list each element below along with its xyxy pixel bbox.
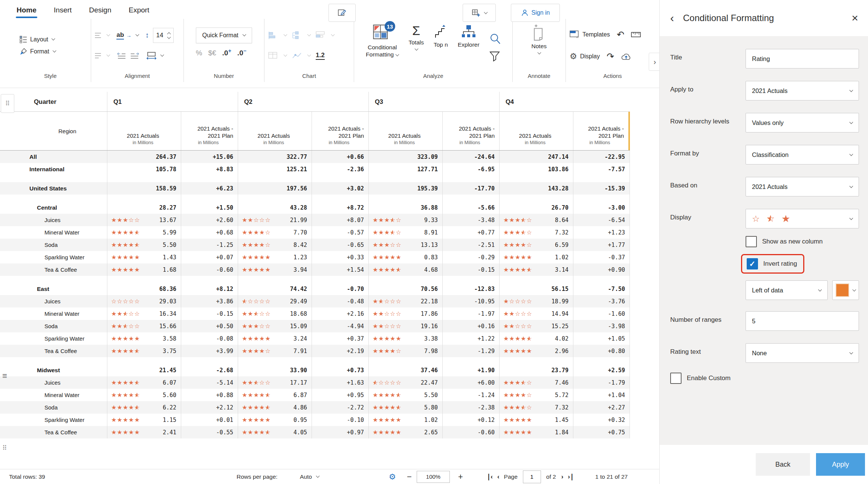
actuals-column-header[interactable]: 2021 Actualsin Millions	[368, 112, 442, 150]
filter-icon[interactable]	[489, 51, 501, 62]
percent-format-icon[interactable]: %	[196, 49, 202, 57]
table-row[interactable]: International105.78+8.83125.21-2.36127.7…	[0, 163, 630, 175]
row-menu-icon[interactable]: ≡	[2, 371, 7, 381]
totals-button[interactable]: Σ Totals	[408, 19, 424, 72]
bar-chart-icon[interactable]	[268, 31, 278, 40]
zoom-in-button[interactable]: +	[458, 469, 463, 484]
table-row[interactable]: Juices★★★★★☆6.07-5.14★★★☆☆☆17.17+1.63★☆☆…	[0, 376, 630, 389]
format-button[interactable]: Format	[20, 48, 56, 55]
last-page-icon[interactable]: ›❘	[568, 473, 574, 481]
tab-export[interactable]: Export	[128, 6, 149, 18]
layout-button[interactable]: Layout	[20, 36, 55, 43]
conditional-formatting-button[interactable]: 13 ConditionalFormatting	[366, 19, 399, 72]
table-row[interactable]: Juices★★★☆☆13.67+2.60★★☆☆☆21.99+8.07★★★★…	[0, 214, 630, 226]
hierarchy-chart-icon[interactable]	[292, 31, 302, 40]
format-by-dropdown[interactable]: Classification	[746, 145, 859, 164]
display-style-dropdown[interactable]: ☆ ★☆ ★	[746, 209, 859, 228]
text-wrap-icon[interactable]: ab	[116, 31, 124, 40]
close-icon[interactable]: ×	[851, 12, 858, 24]
table-row[interactable]: Tea & Coffee★★★★★2.41-0.55★★★★★☆4.05+0.9…	[0, 426, 630, 438]
redo-icon[interactable]: ↷	[607, 52, 614, 61]
decimal-places-icon[interactable]: 1.2	[316, 52, 325, 60]
explorer-button[interactable]: Explorer	[458, 19, 480, 72]
position-dropdown[interactable]: Left of data	[746, 280, 828, 300]
remove-decimal-icon[interactable]: .0−	[237, 48, 246, 57]
table-row[interactable]: Central28.27+1.5043.28+8.7236.88-5.6626.…	[0, 201, 630, 214]
table-row[interactable]: United States158.59+6.23197.56+3.02195.3…	[0, 182, 630, 195]
apply-to-dropdown[interactable]: 2021 Actuals	[746, 81, 859, 100]
line-chart-icon[interactable]	[292, 52, 302, 59]
drag-handle-icon[interactable]: ⠿	[2, 444, 7, 452]
cloud-upload-icon[interactable]	[621, 52, 631, 61]
invert-rating-checkbox[interactable]	[747, 258, 758, 269]
templates-button[interactable]: Templates	[570, 30, 610, 39]
back-chevron-icon[interactable]: ‹	[670, 12, 674, 24]
display-button[interactable]: ⚙ Display	[570, 52, 600, 61]
font-size-control[interactable]: 14	[153, 28, 174, 43]
font-size-stepper[interactable]	[167, 31, 170, 39]
enable-custom-checkbox[interactable]	[670, 373, 682, 384]
deviation-column-header[interactable]: 2021 Actuals - 2021 Planin Millions	[442, 112, 499, 150]
vertical-align-icon[interactable]	[95, 32, 102, 38]
quarter-header[interactable]: Q1	[107, 92, 238, 111]
increase-indent-icon[interactable]	[130, 52, 139, 59]
actuals-column-header[interactable]: 2021 Actualsin Millions	[238, 112, 312, 150]
settings-gear-icon[interactable]: ⚙	[389, 469, 396, 484]
quarter-header[interactable]: Q2	[238, 92, 368, 111]
table-row[interactable]: Soda★★★★★☆6.22+2.12★★★★★☆4.86-2.72★★★★★☆…	[0, 401, 630, 414]
edit-visual-button[interactable]	[329, 4, 356, 22]
currency-format-icon[interactable]: $€	[208, 49, 216, 57]
table-row[interactable]: Midwest21.45-2.6833.90+0.7337.46+1.9023.…	[0, 364, 630, 376]
tab-home[interactable]: Home	[17, 6, 37, 18]
actuals-column-header[interactable]: 2021 Actualsin Millions	[107, 112, 181, 150]
actuals-column-header[interactable]: 2021 Actualsin Millions	[499, 112, 573, 150]
top-n-button[interactable]: Top n	[434, 19, 448, 72]
table-row[interactable]: Tea & Coffee★★★★★☆3.75+3.99★★★★☆7.91+2.1…	[0, 345, 630, 357]
add-decimal-icon[interactable]: .0+	[222, 48, 231, 57]
deviation-column-header[interactable]: 2021 Actuals - 2021 Planin Millions	[312, 112, 368, 150]
row-header[interactable]: Region	[0, 112, 107, 150]
title-input[interactable]	[746, 49, 859, 68]
show-as-new-column-checkbox[interactable]	[746, 236, 757, 247]
number-of-ranges-input[interactable]	[746, 311, 859, 331]
table-row[interactable]: Mineral Water★★★★★☆5.60+0.88★★★★★☆6.87+0…	[0, 389, 630, 401]
table-row[interactable]: Juices☆☆☆☆☆29.03+3.86★☆☆☆☆☆29.49-0.48★★☆…	[0, 295, 630, 307]
search-icon[interactable]	[489, 33, 501, 44]
rating-text-dropdown[interactable]: None	[746, 343, 859, 363]
table-row[interactable]: Mineral Water★★★★★☆5.99+0.68★★★★☆7.70-0.…	[0, 226, 630, 239]
add-visual-button[interactable]	[463, 4, 496, 22]
rows-per-page-select[interactable]: Auto	[300, 469, 319, 484]
deviation-column-header[interactable]: 2021 Actuals - 2021 Planin Millions	[573, 112, 630, 150]
font-size-value[interactable]: 14	[156, 32, 164, 39]
tab-insert[interactable]: Insert	[54, 6, 72, 18]
table-row[interactable]: Soda★★★★★☆5.50-1.25★★★★☆8.42-0.65★★★☆☆13…	[0, 239, 630, 251]
first-page-icon[interactable]: ❘‹	[486, 473, 492, 481]
table-row[interactable]: Tea & Coffee★★★★★1.68-0.60★★★★★3.94+1.54…	[0, 263, 630, 276]
quarter-header[interactable]: Q3	[368, 92, 499, 111]
zoom-out-button[interactable]: −	[407, 469, 412, 484]
table-row[interactable]: East68.36+8.1274.42-0.7070.56-12.8356.15…	[0, 283, 630, 295]
zoom-level[interactable]: 100%	[417, 471, 450, 483]
page-input[interactable]	[523, 470, 541, 483]
table-row[interactable]: All264.37+15.06322.77+0.66323.09-24.6424…	[0, 151, 630, 163]
apply-button[interactable]: Apply	[816, 453, 865, 476]
column-width-icon[interactable]	[147, 52, 156, 59]
tab-design[interactable]: Design	[89, 6, 111, 18]
quick-format-button[interactable]: Quick Format	[196, 27, 252, 43]
next-page-icon[interactable]: ›	[561, 473, 563, 481]
table-row[interactable]: Sparkling Water★★★★★1.15+0.01★★★★★0.95-0…	[0, 414, 630, 426]
row-hierarchy-dropdown[interactable]: Values only	[746, 113, 859, 132]
sign-in-button[interactable]: Sign in	[511, 4, 560, 22]
quarter-header[interactable]: Q4	[499, 92, 630, 111]
horizontal-align-icon[interactable]	[95, 53, 102, 59]
table-row[interactable]: Sparkling Water★★★★★1.43+0.07★★★★★1.23+0…	[0, 251, 630, 263]
decrease-indent-icon[interactable]	[117, 52, 126, 59]
undo-icon[interactable]: ↶	[617, 30, 624, 39]
color-picker-dropdown[interactable]	[832, 280, 859, 300]
notes-button[interactable]: Notes	[532, 19, 547, 72]
based-on-dropdown[interactable]: 2021 Actuals	[746, 177, 859, 196]
table-row[interactable]: Sparkling Water★★★★★3.58-0.08★★★★★3.24+0…	[0, 332, 630, 345]
table-row[interactable]: Mineral Water★★★☆☆☆16.34-0.15★★★☆☆☆18.68…	[0, 307, 630, 320]
table-row[interactable]: Soda★★★☆☆☆15.66+0.50★★★☆☆15.09-4.94★★☆☆☆…	[0, 320, 630, 332]
ruler-icon[interactable]	[631, 31, 641, 38]
